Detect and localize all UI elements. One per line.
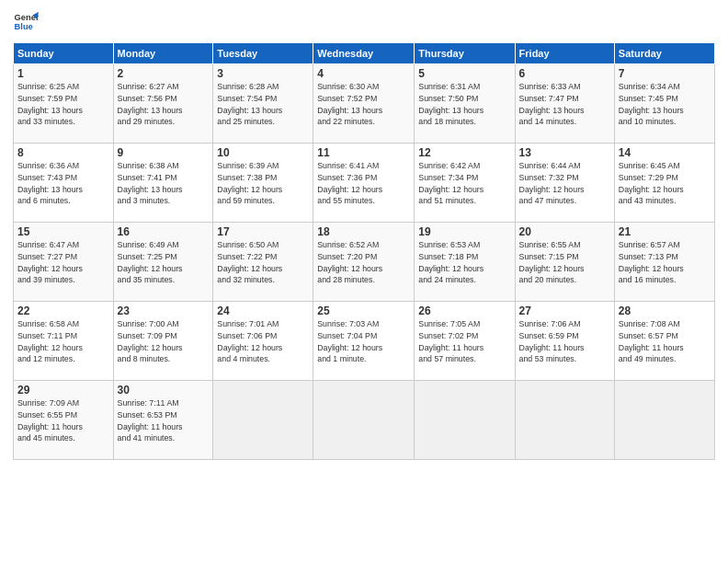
day-number: 28 (619, 304, 711, 317)
col-header-thursday: Thursday (415, 43, 515, 64)
day-info: Sunrise: 6:44 AM Sunset: 7:32 PM Dayligh… (519, 160, 610, 207)
day-number: 15 (17, 225, 109, 238)
day-number: 1 (17, 67, 109, 80)
day-number: 19 (418, 225, 510, 238)
logo: General Blue (13, 9, 39, 35)
day-info: Sunrise: 6:47 AM Sunset: 7:27 PM Dayligh… (17, 239, 109, 286)
table-row: 10Sunrise: 6:39 AM Sunset: 7:38 PM Dayli… (213, 144, 313, 223)
col-header-sunday: Sunday (14, 43, 114, 64)
day-number: 5 (418, 67, 510, 80)
table-row: 16Sunrise: 6:49 AM Sunset: 7:25 PM Dayli… (113, 223, 213, 302)
day-info: Sunrise: 6:28 AM Sunset: 7:54 PM Dayligh… (217, 81, 309, 128)
table-row: 23Sunrise: 7:00 AM Sunset: 7:09 PM Dayli… (113, 302, 213, 381)
table-row: 30Sunrise: 7:11 AM Sunset: 6:53 PM Dayli… (113, 381, 213, 460)
day-number: 23 (118, 304, 210, 317)
day-number: 21 (619, 225, 711, 238)
table-row: 22Sunrise: 6:58 AM Sunset: 7:11 PM Dayli… (14, 302, 114, 381)
day-info: Sunrise: 6:27 AM Sunset: 7:56 PM Dayligh… (118, 81, 210, 128)
day-info: Sunrise: 6:30 AM Sunset: 7:52 PM Dayligh… (317, 81, 410, 128)
day-number: 27 (519, 304, 610, 317)
svg-text:Blue: Blue (15, 22, 33, 31)
table-row: 4Sunrise: 6:30 AM Sunset: 7:52 PM Daylig… (313, 64, 415, 144)
day-info: Sunrise: 7:05 AM Sunset: 7:02 PM Dayligh… (418, 318, 510, 365)
table-row: 17Sunrise: 6:50 AM Sunset: 7:22 PM Dayli… (213, 223, 313, 302)
table-row (614, 381, 714, 460)
col-header-monday: Monday (113, 43, 213, 64)
day-number: 25 (317, 304, 410, 317)
day-number: 18 (317, 225, 410, 238)
day-info: Sunrise: 7:09 AM Sunset: 6:55 PM Dayligh… (17, 397, 109, 444)
day-info: Sunrise: 7:01 AM Sunset: 7:06 PM Dayligh… (217, 318, 309, 365)
table-row: 11Sunrise: 6:41 AM Sunset: 7:36 PM Dayli… (313, 144, 415, 223)
table-row: 20Sunrise: 6:55 AM Sunset: 7:15 PM Dayli… (515, 223, 614, 302)
day-number: 29 (17, 384, 109, 396)
day-info: Sunrise: 6:57 AM Sunset: 7:13 PM Dayligh… (619, 239, 711, 286)
table-row: 1Sunrise: 6:25 AM Sunset: 7:59 PM Daylig… (14, 64, 114, 144)
day-info: Sunrise: 7:06 AM Sunset: 6:59 PM Dayligh… (519, 318, 610, 365)
day-number: 2 (118, 67, 210, 80)
day-info: Sunrise: 6:42 AM Sunset: 7:34 PM Dayligh… (418, 160, 510, 207)
day-number: 16 (118, 225, 210, 238)
table-row: 7Sunrise: 6:34 AM Sunset: 7:45 PM Daylig… (614, 64, 714, 144)
day-number: 10 (217, 146, 309, 159)
table-row (515, 381, 614, 460)
day-number: 3 (217, 67, 309, 80)
day-number: 22 (17, 304, 109, 317)
col-header-tuesday: Tuesday (213, 43, 313, 64)
day-info: Sunrise: 6:50 AM Sunset: 7:22 PM Dayligh… (217, 239, 309, 286)
day-info: Sunrise: 7:00 AM Sunset: 7:09 PM Dayligh… (118, 318, 210, 365)
table-row: 3Sunrise: 6:28 AM Sunset: 7:54 PM Daylig… (213, 64, 313, 144)
page-header: General Blue (13, 9, 715, 35)
table-row (213, 381, 313, 460)
day-number: 12 (418, 146, 510, 159)
day-info: Sunrise: 6:33 AM Sunset: 7:47 PM Dayligh… (519, 81, 610, 128)
table-row: 21Sunrise: 6:57 AM Sunset: 7:13 PM Dayli… (614, 223, 714, 302)
day-info: Sunrise: 6:31 AM Sunset: 7:50 PM Dayligh… (418, 81, 510, 128)
day-number: 9 (118, 146, 210, 159)
table-row: 27Sunrise: 7:06 AM Sunset: 6:59 PM Dayli… (515, 302, 614, 381)
day-number: 24 (217, 304, 309, 317)
day-info: Sunrise: 6:41 AM Sunset: 7:36 PM Dayligh… (317, 160, 410, 207)
day-info: Sunrise: 6:34 AM Sunset: 7:45 PM Dayligh… (619, 81, 711, 128)
table-row: 13Sunrise: 6:44 AM Sunset: 7:32 PM Dayli… (515, 144, 614, 223)
table-row: 18Sunrise: 6:52 AM Sunset: 7:20 PM Dayli… (313, 223, 415, 302)
day-number: 8 (17, 146, 109, 159)
table-row: 14Sunrise: 6:45 AM Sunset: 7:29 PM Dayli… (614, 144, 714, 223)
table-row: 9Sunrise: 6:38 AM Sunset: 7:41 PM Daylig… (113, 144, 213, 223)
table-row: 25Sunrise: 7:03 AM Sunset: 7:04 PM Dayli… (313, 302, 415, 381)
table-row: 24Sunrise: 7:01 AM Sunset: 7:06 PM Dayli… (213, 302, 313, 381)
col-header-friday: Friday (515, 43, 614, 64)
calendar-table: SundayMondayTuesdayWednesdayThursdayFrid… (13, 42, 715, 460)
table-row: 5Sunrise: 6:31 AM Sunset: 7:50 PM Daylig… (415, 64, 515, 144)
table-row: 19Sunrise: 6:53 AM Sunset: 7:18 PM Dayli… (415, 223, 515, 302)
day-info: Sunrise: 6:52 AM Sunset: 7:20 PM Dayligh… (317, 239, 410, 286)
day-info: Sunrise: 6:55 AM Sunset: 7:15 PM Dayligh… (519, 239, 610, 286)
day-info: Sunrise: 6:38 AM Sunset: 7:41 PM Dayligh… (118, 160, 210, 207)
table-row: 2Sunrise: 6:27 AM Sunset: 7:56 PM Daylig… (113, 64, 213, 144)
day-number: 26 (418, 304, 510, 317)
day-number: 6 (519, 67, 610, 80)
day-number: 13 (519, 146, 610, 159)
logo-icon: General Blue (13, 9, 39, 35)
table-row: 28Sunrise: 7:08 AM Sunset: 6:57 PM Dayli… (614, 302, 714, 381)
day-info: Sunrise: 6:45 AM Sunset: 7:29 PM Dayligh… (619, 160, 711, 207)
table-row: 26Sunrise: 7:05 AM Sunset: 7:02 PM Dayli… (415, 302, 515, 381)
table-row: 6Sunrise: 6:33 AM Sunset: 7:47 PM Daylig… (515, 64, 614, 144)
day-info: Sunrise: 7:03 AM Sunset: 7:04 PM Dayligh… (317, 318, 410, 365)
day-info: Sunrise: 6:36 AM Sunset: 7:43 PM Dayligh… (17, 160, 109, 207)
day-number: 17 (217, 225, 309, 238)
day-number: 11 (317, 146, 410, 159)
day-info: Sunrise: 6:53 AM Sunset: 7:18 PM Dayligh… (418, 239, 510, 286)
day-number: 14 (619, 146, 711, 159)
day-info: Sunrise: 6:49 AM Sunset: 7:25 PM Dayligh… (118, 239, 210, 286)
table-row: 12Sunrise: 6:42 AM Sunset: 7:34 PM Dayli… (415, 144, 515, 223)
day-info: Sunrise: 6:58 AM Sunset: 7:11 PM Dayligh… (17, 318, 109, 365)
table-row: 8Sunrise: 6:36 AM Sunset: 7:43 PM Daylig… (14, 144, 114, 223)
table-row (415, 381, 515, 460)
col-header-wednesday: Wednesday (313, 43, 415, 64)
table-row: 15Sunrise: 6:47 AM Sunset: 7:27 PM Dayli… (14, 223, 114, 302)
day-info: Sunrise: 7:08 AM Sunset: 6:57 PM Dayligh… (619, 318, 711, 365)
day-info: Sunrise: 7:11 AM Sunset: 6:53 PM Dayligh… (118, 397, 210, 444)
day-number: 7 (619, 67, 711, 80)
day-info: Sunrise: 6:39 AM Sunset: 7:38 PM Dayligh… (217, 160, 309, 207)
